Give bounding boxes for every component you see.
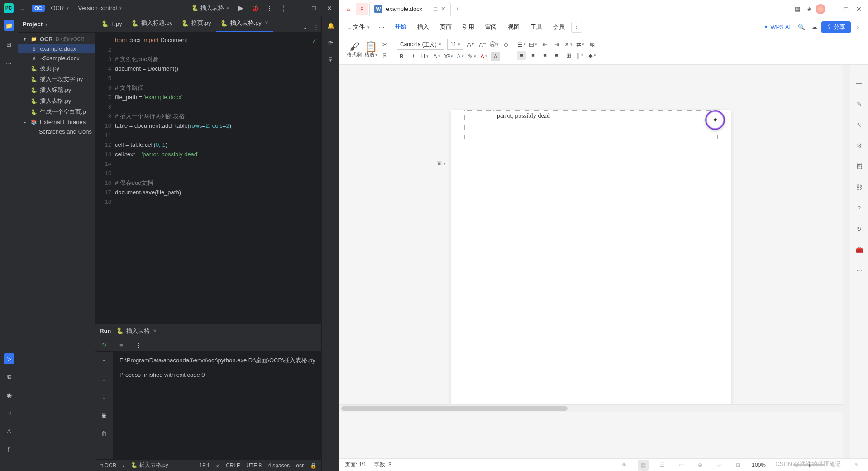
- link-icon[interactable]: ⛓: [854, 182, 865, 192]
- problems-icon[interactable]: ⚠: [4, 426, 14, 437]
- rerun-icon[interactable]: ↻: [99, 340, 110, 351]
- select-icon[interactable]: ↖: [854, 119, 865, 130]
- run-icon[interactable]: ▶: [235, 3, 246, 14]
- change-case-icon[interactable]: Ⓐ▾: [490, 40, 499, 49]
- horizontal-scrollbar[interactable]: [339, 404, 843, 412]
- table-row[interactable]: parrot, possibly dead: [465, 111, 718, 125]
- menu-ref[interactable]: 引用: [458, 20, 479, 34]
- bold-icon[interactable]: B: [397, 52, 406, 61]
- margin-handle-icon[interactable]: ▣▾: [436, 160, 446, 167]
- strike-icon[interactable]: A▾: [432, 52, 441, 61]
- maximize-icon[interactable]: □: [309, 5, 320, 12]
- tree-file[interactable]: 🐍生成一个空白页.p: [18, 106, 95, 117]
- align-center-icon[interactable]: ≡: [529, 51, 538, 60]
- pen-icon[interactable]: ✎: [854, 98, 865, 109]
- document-area[interactable]: ▣▾ parrot, possibly dead ✦ — ✎ ↖: [339, 65, 868, 458]
- underline-icon[interactable]: U▾: [420, 52, 429, 61]
- close-icon[interactable]: ✕: [153, 328, 157, 334]
- menu-member[interactable]: 会员: [548, 20, 569, 34]
- tab-close-icon[interactable]: ✕: [441, 5, 446, 12]
- close-icon[interactable]: ✕: [853, 5, 865, 13]
- stop-icon[interactable]: ■: [116, 340, 127, 351]
- tree-file[interactable]: 🗎~$xample.docx: [18, 53, 95, 63]
- line-spacing-icon[interactable]: ‖▾: [576, 51, 585, 60]
- tree-file[interactable]: 🐍插入表格.py: [18, 96, 95, 106]
- refresh-icon[interactable]: ↻: [854, 223, 865, 234]
- indent-dec-icon[interactable]: ⇤: [540, 40, 549, 49]
- editor-tab[interactable]: 🐍换页.py: [177, 15, 215, 32]
- run-output[interactable]: E:\ProgramData\anaconda3\envs\ocr\python…: [113, 352, 322, 459]
- editor-tab[interactable]: 🐍插入标题.py: [127, 15, 177, 32]
- menu-view[interactable]: 视图: [503, 20, 524, 34]
- tab-icon[interactable]: ↹: [587, 40, 596, 49]
- align-right-icon[interactable]: ≡: [540, 51, 549, 60]
- main-menu-icon[interactable]: ≡: [17, 3, 28, 14]
- up-icon[interactable]: ↑: [99, 356, 110, 366]
- export-icon[interactable]: ⤓: [99, 392, 110, 403]
- zoom-level[interactable]: 100%: [752, 462, 766, 468]
- copy-icon[interactable]: ⎘: [380, 51, 389, 60]
- fullscreen-icon[interactable]: ⤢: [714, 460, 725, 471]
- tab-dropdown-icon[interactable]: ⌄: [300, 21, 310, 32]
- indent-inc-icon[interactable]: ⇥: [552, 40, 561, 49]
- shrink-font-icon[interactable]: A⁻: [478, 40, 487, 49]
- type-indicator-icon[interactable]: ✎: [852, 460, 863, 471]
- toolbox-icon[interactable]: 🧰: [854, 244, 865, 255]
- more-tool-icon[interactable]: ⋯: [4, 58, 14, 69]
- menu-start[interactable]: 开始: [390, 20, 411, 34]
- code-body[interactable]: from docx import Document # 实例化doc对象 doc…: [115, 33, 321, 323]
- tab-more-icon[interactable]: ⋮: [310, 21, 321, 32]
- debug-icon[interactable]: 🐞: [250, 3, 261, 14]
- database-icon[interactable]: 🗄: [325, 54, 336, 65]
- tree-scratches[interactable]: ≣Scratches and Cons: [18, 127, 95, 136]
- format-brush-icon[interactable]: 🖌: [350, 42, 359, 51]
- structure-tool-icon[interactable]: ⊞: [4, 39, 14, 50]
- project-dropdown[interactable]: OCR▾: [48, 3, 72, 13]
- tree-file[interactable]: 🗎example.docx: [18, 44, 95, 53]
- align-left-icon[interactable]: ≡: [517, 51, 526, 60]
- close-icon[interactable]: ✕: [323, 5, 336, 12]
- project-tool-icon[interactable]: 📁: [4, 20, 14, 31]
- grow-font-icon[interactable]: A⁺: [466, 40, 475, 49]
- more-icon[interactable]: ⋮: [133, 340, 144, 351]
- bullets-icon[interactable]: ☰▾: [517, 40, 526, 49]
- numbering-icon[interactable]: ⊟▾: [529, 40, 538, 49]
- menu-tools[interactable]: 工具: [526, 20, 547, 34]
- breadcrumb[interactable]: 🐍 插入表格.py: [131, 461, 168, 469]
- editor-tab-active[interactable]: 🐍插入表格.py✕: [216, 15, 273, 32]
- cursor-pos[interactable]: 18:1: [200, 462, 210, 469]
- notifications-icon[interactable]: 🔔: [325, 20, 336, 31]
- page-view-icon[interactable]: ▤: [638, 460, 649, 471]
- read-view-icon[interactable]: ⊕: [695, 460, 706, 471]
- vertical-scrollbar[interactable]: [843, 65, 850, 458]
- print-icon[interactable]: 🖶: [99, 410, 110, 421]
- expand-ribbon-icon[interactable]: ›: [853, 22, 863, 33]
- word-table[interactable]: parrot, possibly dead: [464, 110, 718, 139]
- image-icon[interactable]: 🖼: [854, 161, 865, 172]
- quick-more-icon[interactable]: ⋯: [375, 22, 388, 32]
- align-justify-icon[interactable]: ≡: [552, 51, 561, 60]
- wps-ai-button[interactable]: ✦WPS AI: [760, 22, 794, 32]
- paste-icon[interactable]: 📋: [367, 42, 376, 51]
- cut-icon[interactable]: ✂: [380, 40, 389, 49]
- terminal-icon[interactable]: ⌑: [4, 408, 14, 418]
- down-icon[interactable]: ↓: [99, 374, 110, 384]
- run-file-tab[interactable]: 🐍插入表格✕: [116, 327, 157, 335]
- minimize-icon[interactable]: —: [826, 5, 840, 13]
- line-sep[interactable]: CRLF: [226, 462, 240, 469]
- tab-menu-icon[interactable]: □: [434, 5, 437, 12]
- chevron-down-icon[interactable]: ▾: [24, 37, 28, 42]
- menu-insert[interactable]: 插入: [413, 20, 434, 34]
- tree-file[interactable]: 🐍插入标题.py: [18, 85, 95, 96]
- project-header[interactable]: Project▾: [18, 16, 95, 33]
- menu-scroll-icon[interactable]: ›: [571, 22, 582, 33]
- table-cell[interactable]: [493, 125, 717, 139]
- distribute-icon[interactable]: ⊞: [564, 51, 573, 60]
- tree-file[interactable]: 🐍插入一段文字.py: [18, 74, 95, 85]
- wps-pdf-icon[interactable]: P: [356, 3, 368, 15]
- readonly-icon[interactable]: ⌀: [216, 462, 219, 469]
- text-effect-icon[interactable]: A▾: [456, 52, 465, 61]
- help-icon[interactable]: ?: [854, 202, 865, 213]
- superscript-icon[interactable]: X²▾: [444, 52, 453, 61]
- italic-icon[interactable]: I: [409, 52, 418, 61]
